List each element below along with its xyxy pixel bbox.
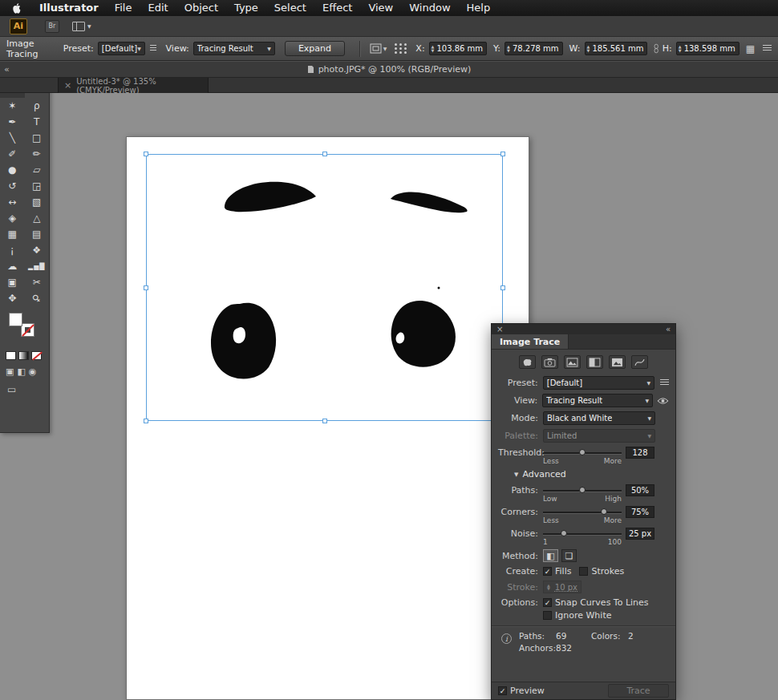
artboard-tool[interactable]: ▣ bbox=[0, 274, 25, 290]
shape-builder-tool[interactable]: ◈ bbox=[0, 210, 25, 226]
control-bar-menu-icon[interactable] bbox=[763, 45, 772, 52]
menu-item-help[interactable]: Help bbox=[459, 0, 499, 16]
draw-inside-mode-button[interactable]: ◉ bbox=[29, 366, 37, 377]
stepper-icon[interactable]: ▲▼ bbox=[679, 45, 682, 52]
menu-item-select[interactable]: Select bbox=[266, 0, 314, 16]
hand-tool[interactable]: ✥ bbox=[0, 290, 25, 306]
low-color-preset-button[interactable] bbox=[564, 355, 581, 369]
menu-item-edit[interactable]: Edit bbox=[140, 0, 176, 16]
preset-dropdown[interactable]: [Default] ▼ bbox=[98, 42, 145, 55]
menu-item-effect[interactable]: Effect bbox=[314, 0, 360, 16]
outline-preset-button[interactable] bbox=[631, 355, 648, 369]
arrange-documents-button[interactable]: ▼ bbox=[72, 22, 91, 31]
fills-checkbox[interactable]: ✓ bbox=[543, 567, 552, 576]
menu-item-object[interactable]: Object bbox=[176, 0, 226, 16]
none-button[interactable] bbox=[31, 351, 42, 360]
paintbrush-tool[interactable]: ✐ bbox=[0, 146, 25, 162]
pencil-tool[interactable]: ✏ bbox=[25, 146, 50, 162]
slice-tool[interactable]: ✂ bbox=[25, 274, 50, 290]
zoom-tool[interactable]: ♀ bbox=[25, 290, 50, 306]
stroke-swatch-none[interactable] bbox=[21, 323, 34, 337]
preview-checkbox[interactable]: ✓ bbox=[498, 686, 507, 695]
strokes-checkbox[interactable] bbox=[579, 567, 588, 576]
magic-wand-tool[interactable]: ✶ bbox=[0, 98, 25, 114]
slider-thumb[interactable] bbox=[579, 487, 586, 493]
corners-value-field[interactable]: 75% bbox=[626, 506, 654, 518]
selection-handle[interactable] bbox=[322, 419, 327, 423]
mode-dropdown[interactable]: Black and White ▼ bbox=[543, 411, 655, 425]
slider-thumb[interactable] bbox=[561, 530, 567, 536]
advanced-section-toggle[interactable]: ▼ Advanced bbox=[514, 469, 675, 479]
selection-bounding-box[interactable] bbox=[146, 154, 503, 421]
selection-handle[interactable] bbox=[144, 419, 148, 423]
selection-handle[interactable] bbox=[500, 285, 505, 290]
x-field[interactable]: ▲▼ 103.86 mm bbox=[429, 42, 488, 55]
threshold-value-field[interactable]: 128 bbox=[626, 447, 654, 459]
constrain-proportions-icon[interactable] bbox=[654, 42, 658, 55]
menu-item-view[interactable]: View bbox=[360, 0, 401, 16]
bridge-button[interactable]: Br bbox=[45, 20, 59, 33]
h-field[interactable]: ▲▼ 138.598 mm bbox=[676, 42, 740, 55]
transform-options-icon[interactable]: ▦ bbox=[746, 43, 755, 55]
panel-preset-dropdown[interactable]: [Default] ▼ bbox=[543, 376, 654, 390]
gradient-tool[interactable]: ▤ bbox=[25, 226, 50, 242]
trace-button[interactable]: Trace bbox=[608, 684, 669, 698]
paths-slider[interactable] bbox=[543, 485, 622, 496]
black-white-preset-button[interactable] bbox=[609, 355, 626, 369]
selection-handle[interactable] bbox=[144, 285, 148, 290]
selection-handle[interactable] bbox=[144, 152, 148, 156]
symbol-sprayer-tool[interactable]: ☁ bbox=[0, 258, 25, 274]
method-overlapping-button[interactable]: ❏ bbox=[561, 549, 577, 562]
type-tool[interactable]: T bbox=[25, 114, 50, 130]
mesh-tool[interactable]: ▦ bbox=[0, 226, 25, 242]
ignore-white-checkbox[interactable] bbox=[543, 611, 552, 620]
menu-item-window[interactable]: Window bbox=[401, 0, 458, 16]
gradient-button[interactable] bbox=[18, 351, 29, 360]
artboard-options-button[interactable]: ▼ bbox=[370, 43, 387, 54]
snap-curves-checkbox[interactable]: ✓ bbox=[543, 598, 552, 607]
menu-item-file[interactable]: File bbox=[107, 0, 140, 16]
stepper-icon[interactable]: ▲▼ bbox=[507, 45, 510, 52]
menu-item-illustrator[interactable]: Illustrator bbox=[31, 0, 107, 16]
slider-thumb[interactable] bbox=[601, 508, 607, 515]
auto-color-preset-button[interactable] bbox=[519, 355, 536, 369]
draw-behind-mode-button[interactable]: ◧ bbox=[17, 366, 25, 377]
w-field[interactable]: ▲▼ 185.561 mm bbox=[585, 42, 648, 55]
menu-item-type[interactable]: Type bbox=[226, 0, 266, 16]
expand-button[interactable]: Expand bbox=[285, 41, 345, 56]
perspective-grid-tool[interactable]: △ bbox=[25, 210, 50, 226]
apple-menu[interactable] bbox=[0, 2, 31, 14]
slider-thumb[interactable] bbox=[579, 449, 586, 455]
rectangle-tool[interactable]: □ bbox=[25, 130, 50, 146]
blend-tool[interactable]: ❖ bbox=[25, 242, 50, 258]
eyedropper-tool[interactable]: ¡ bbox=[0, 242, 25, 258]
blob-brush-tool[interactable]: ● bbox=[0, 162, 25, 178]
eye-icon[interactable] bbox=[657, 397, 669, 405]
corners-slider[interactable] bbox=[543, 507, 622, 518]
noise-slider[interactable] bbox=[543, 528, 622, 540]
scale-tool[interactable]: ◲ bbox=[25, 178, 50, 194]
view-dropdown[interactable]: Tracing Result ▼ bbox=[193, 42, 275, 55]
y-field[interactable]: ▲▼ 78.278 mm bbox=[504, 42, 563, 55]
panel-menu-icon[interactable] bbox=[150, 45, 156, 52]
screen-mode-button[interactable]: ▭ bbox=[7, 384, 49, 395]
collapse-panel-icon[interactable]: « bbox=[666, 325, 671, 334]
paths-value-field[interactable]: 50% bbox=[626, 484, 654, 496]
selection-handle[interactable] bbox=[500, 152, 505, 156]
grayscale-preset-button[interactable] bbox=[586, 355, 603, 369]
eraser-tool[interactable]: ▱ bbox=[25, 162, 50, 178]
method-abutting-button[interactable]: ◧ bbox=[543, 549, 558, 562]
lasso-tool[interactable]: ρ bbox=[25, 98, 50, 114]
high-color-preset-button[interactable] bbox=[541, 355, 558, 369]
pen-tool[interactable]: ✒ bbox=[0, 114, 25, 130]
free-transform-tool[interactable]: ▧ bbox=[25, 194, 50, 210]
panel-view-dropdown[interactable]: Tracing Result ▼ bbox=[542, 394, 653, 407]
noise-value-field[interactable]: 25 px bbox=[626, 528, 654, 540]
image-trace-tab[interactable]: Image Trace bbox=[492, 334, 569, 349]
tab-close-icon[interactable]: × bbox=[64, 80, 71, 91]
stepper-icon[interactable]: ▲▼ bbox=[432, 45, 435, 52]
column-graph-tool[interactable]: ▂▅█ bbox=[25, 258, 50, 274]
draw-normal-mode-button[interactable]: ▣ bbox=[6, 366, 14, 377]
color-button[interactable] bbox=[6, 351, 16, 360]
document-window-title-bar[interactable]: « photo.JPG* @ 100% (RGB/Preview) bbox=[0, 61, 778, 78]
